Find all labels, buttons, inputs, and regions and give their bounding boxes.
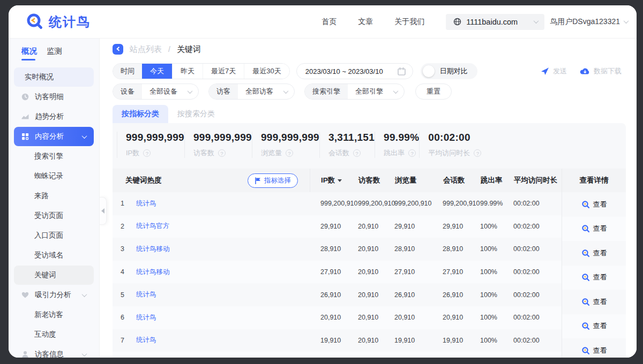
keyword-link[interactable]: 统计鸟移动 <box>136 268 170 277</box>
sidebar-item-entry-pages[interactable]: 入口页面 <box>14 226 94 245</box>
tab-by-search[interactable]: 按搜索分类 <box>168 105 224 123</box>
cell-visitors: 20,910 <box>358 291 394 299</box>
keyword-link[interactable]: 统计鸟官方 <box>136 222 170 231</box>
stat-card: 999,999,999 浏览量 <box>252 132 319 158</box>
sidebar-item-visited-pages[interactable]: 受访页面 <box>14 206 94 225</box>
cell-pageviews: 20,910 <box>394 314 443 321</box>
stat-value: 99.99% <box>384 132 419 143</box>
help-icon[interactable] <box>218 149 226 157</box>
cell-bounce: 100% <box>480 223 513 230</box>
sidebar-item-label: 搜索引擎 <box>34 151 63 161</box>
data-download-button[interactable]: 数据下载 <box>580 66 622 76</box>
sidebar-item-search-engine[interactable]: 搜索引擎 <box>14 147 94 166</box>
stat-label: IP数 <box>126 148 139 158</box>
device-select[interactable]: 设备 全部设备 <box>113 84 199 100</box>
site-selector[interactable]: 1111baidu.com <box>446 14 544 30</box>
sidebar-item-visited-domains[interactable]: 受访域名 <box>14 246 94 265</box>
column-header-ip[interactable]: IP数 <box>321 176 358 185</box>
time-option[interactable]: 最近30天 <box>244 64 289 79</box>
back-button[interactable] <box>113 44 123 55</box>
sidebar-item-new-old-visitors[interactable]: 新老访客 <box>14 305 94 324</box>
keyword-link[interactable]: 统计鸟 <box>136 336 156 345</box>
send-button[interactable]: 发送 <box>541 66 567 76</box>
sidebar-item-label: 关键词 <box>34 270 56 280</box>
date-range-input[interactable]: 2023/03/10 ~ 2023/03/10 <box>296 63 413 79</box>
app-logo[interactable]: 统计鸟 <box>26 13 91 31</box>
nav-articles[interactable]: 文章 <box>358 17 373 27</box>
keyword-link[interactable]: 统计鸟 <box>136 199 156 208</box>
stat-card: 3,311,151 会话数 <box>319 132 375 158</box>
sidebar-item-content-analysis[interactable]: 内容分析 <box>14 127 94 146</box>
cell-ip: 29,910 <box>320 223 358 230</box>
time-segmented-control: 时间 今天昨天最近7天最近30天 <box>113 63 290 79</box>
cell-pageviews: 999,200,910 <box>394 200 443 207</box>
date-compare-label: 日期对比 <box>440 66 468 76</box>
sidebar-item-trend[interactable]: 趋势分析 <box>14 107 94 126</box>
sidebar-item-label: 入口页面 <box>34 231 63 240</box>
sidebar-item-visitor-detail[interactable]: 访客明细 <box>14 87 94 107</box>
sidebar-item-attraction[interactable]: 吸引力分析 <box>14 285 94 305</box>
sidebar-item-spider-log[interactable]: 蜘蛛记录 <box>14 166 94 186</box>
sort-desc-icon <box>338 179 342 182</box>
sidebar-item-referrer[interactable]: 来路 <box>14 186 94 206</box>
view-label: 查看 <box>593 200 607 209</box>
view-detail-column: 查看 查看 <box>562 192 626 358</box>
view-button[interactable]: 查看 <box>562 241 626 266</box>
row-rank: 6 <box>113 314 129 321</box>
sidebar: 概况 监测 实时概况 访客明细 趋势分析 <box>9 39 100 358</box>
view-button[interactable]: 查看 <box>562 338 626 358</box>
sidebar-tab-overview[interactable]: 概况 <box>21 46 37 60</box>
help-icon[interactable] <box>286 149 293 157</box>
reset-button[interactable]: 重置 <box>415 84 452 100</box>
view-button[interactable]: 查看 <box>562 314 626 339</box>
search-engine-select[interactable]: 搜索引擎 全部引擎 <box>304 84 405 100</box>
sidebar-tab-monitor[interactable]: 监测 <box>47 46 62 60</box>
stat-value: 00:02:00 <box>428 132 481 143</box>
nav-about[interactable]: 关于我们 <box>394 17 424 27</box>
help-icon[interactable] <box>143 149 151 157</box>
breadcrumb-current: 关键词 <box>177 44 201 55</box>
engine-label: 搜索引擎 <box>305 84 348 99</box>
keyword-link[interactable]: 统计鸟 <box>136 290 156 299</box>
cell-visitors: 20,910 <box>358 314 394 321</box>
keyword-link[interactable]: 统计鸟移动 <box>136 245 170 254</box>
help-icon[interactable] <box>408 149 416 157</box>
view-button[interactable]: 查看 <box>562 290 626 314</box>
cell-duration: 00:02:00 <box>513 200 562 207</box>
time-option[interactable]: 最近7天 <box>203 64 244 79</box>
cell-sessions: 999,200,910 <box>443 200 480 207</box>
stats-row: 999,999,999 IP数 999,999,999 访客数 <box>113 123 626 165</box>
time-option[interactable]: 昨天 <box>172 64 203 79</box>
sidebar-item-label: 访客信息 <box>35 350 64 358</box>
cell-ip: 27,910 <box>320 268 358 276</box>
user-menu[interactable]: 鸟用户DSvga123321 <box>550 17 628 27</box>
breadcrumb: 站点列表 / 关键词 <box>100 39 637 60</box>
tab-by-metric[interactable]: 按指标分类 <box>113 105 168 123</box>
sidebar-item-realtime[interactable]: 实时概况 <box>14 67 94 87</box>
keyword-link[interactable]: 统计鸟 <box>136 313 156 322</box>
view-button[interactable]: 查看 <box>562 192 626 217</box>
visitor-select[interactable]: 访客 全部访客 <box>208 84 295 100</box>
visitor-label: 访客 <box>209 84 238 99</box>
sidebar-item-keywords[interactable]: 关键词 <box>14 266 94 285</box>
metric-select-button[interactable]: 指标选择 <box>248 173 298 188</box>
cell-sessions: 19,910 <box>443 337 480 344</box>
sidebar-collapse-handle[interactable] <box>100 197 107 225</box>
nav-home[interactable]: 首页 <box>322 17 337 27</box>
column-header-view-detail: 查看详情 <box>562 169 626 192</box>
sidebar-item-visitor-info[interactable]: 访客信息 <box>14 345 94 358</box>
time-option[interactable]: 今天 <box>142 64 172 79</box>
header-right: 首页 文章 关于我们 1111baidu.com 鸟用户DSvga123321 <box>322 14 628 30</box>
chevron-down-icon <box>624 18 629 24</box>
view-button[interactable]: 查看 <box>562 217 626 241</box>
cell-bounce: 100% <box>480 314 513 321</box>
date-compare-toggle[interactable]: 日期对比 <box>421 63 477 79</box>
cell-visitors: 20,910 <box>358 223 394 230</box>
help-icon[interactable] <box>474 149 481 157</box>
breadcrumb-site-list[interactable]: 站点列表 <box>130 44 162 55</box>
view-button[interactable]: 查看 <box>562 266 626 290</box>
sidebar-item-interaction[interactable]: 互动度 <box>14 325 94 344</box>
help-icon[interactable] <box>353 149 361 157</box>
cell-bounce: 100% <box>480 291 513 299</box>
breadcrumb-separator: / <box>168 45 170 54</box>
